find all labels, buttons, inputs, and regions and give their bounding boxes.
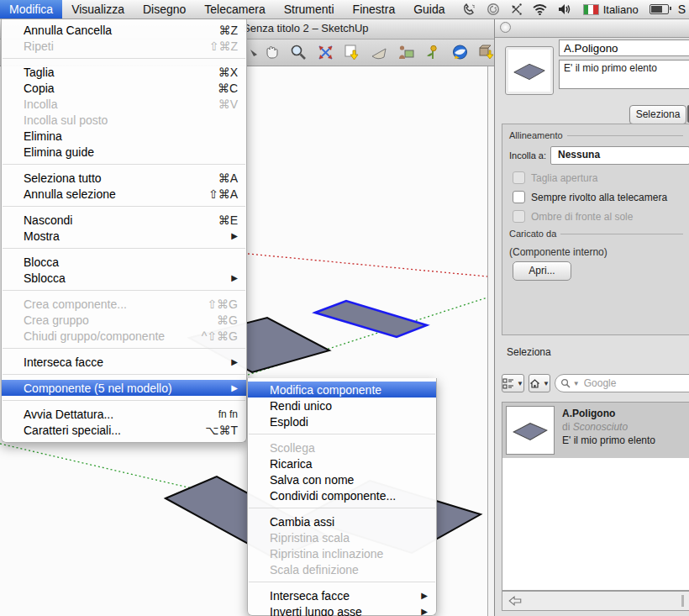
shadows-face-sun-checkbox[interactable] [513,210,525,223]
toolbar-icon-clipped[interactable] [249,46,268,66]
language-label: Italiano [603,3,639,16]
photo-textures-icon[interactable] [397,43,416,62]
component-browser-toolbar: ▼ ▼ ▼ [502,371,689,395]
menubar-clock[interactable]: S [678,3,686,16]
menu-item-incolla-sul-posto[interactable]: Incolla sul posto [2,112,246,128]
wifi-icon[interactable] [532,3,548,15]
submenu-item-inverti-lungo-asse[interactable]: Inverti lungo asse▶ [248,603,436,616]
get-current-view-icon[interactable] [343,43,362,62]
loaded-from-value: (Componente interno) [509,246,689,258]
menu-item-taglia[interactable]: Taglia⌘X [2,64,246,80]
submenu-item-rendi-unico[interactable]: Rendi unico [248,398,436,413]
close-icon[interactable] [500,22,511,33]
menu-item-nascondi[interactable]: Nascondi⌘E [2,212,246,228]
menu-item-sblocca[interactable]: Sblocca▶ [2,270,246,286]
battery-icon[interactable] [650,4,669,14]
move-arrows-icon[interactable] [509,3,523,16]
menu-separator [249,582,435,582]
menubar-item-finestra[interactable]: Finestra [344,0,405,18]
chevron-down-icon: ▼ [573,380,580,387]
menubar-item-modifica[interactable]: Modifica [0,0,62,18]
alignment-section: Allineamento Incolla a: Nessuna Taglia a… [502,124,689,335]
search-icon [560,378,571,388]
search-input[interactable] [582,376,689,390]
zoom-extents-icon[interactable] [316,43,335,62]
glue-to-dropdown[interactable]: Nessuna [550,146,689,165]
menu-separator [3,164,245,165]
submenu-item-ripristina-inclinazione[interactable]: Ripristina inclinazione [248,545,436,561]
glue-to-label: Incolla a: [509,150,546,161]
menu-item-ripeti[interactable]: Ripeti⇧⌘Z [2,38,246,54]
tab-seleziona[interactable]: Seleziona [629,105,686,124]
submenu-item-scollega[interactable]: Scollega [248,440,436,455]
zoom-icon[interactable] [289,43,308,62]
google-earth-icon[interactable] [450,43,470,62]
menu-item-crea-componente[interactable]: Crea componente...⇧⌘G [2,296,246,312]
sync-icon[interactable] [487,3,500,16]
submenu-item-cambia-assi[interactable]: Cambia assi [248,513,436,529]
menu-item-incolla[interactable]: Incolla⌘V [2,96,246,112]
shadows-face-sun-row: Ombre di fronte al sole [513,210,689,223]
submenu-item-esplodi[interactable]: Esplodi [248,413,436,429]
submenu-item-modifica-componente[interactable]: Modifica componente [248,382,436,398]
submenu-arrow-icon: ▶ [231,357,238,366]
menu-item-chiudi-gruppo-componente[interactable]: Chiudi gruppo/componente^⇧⌘G [2,328,246,344]
home-button[interactable]: ▼ [529,374,550,392]
view-options-button[interactable]: ▼ [502,374,524,392]
open-button[interactable]: Apri... [513,261,571,281]
menubar-item-disegno[interactable]: Disegno [134,0,195,18]
component-description-field[interactable]: E' il mio primo elento [559,60,689,89]
menu-item-elimina[interactable]: Elimina [2,128,246,144]
submenu-item-ripristina-scala[interactable]: Ripristina scala [248,529,436,545]
component-thumb-shape [510,57,549,84]
submenu-item-condividi-componente[interactable]: Condividi componente... [248,487,436,503]
menu-item-avvia-dettatura[interactable]: Avvia Dettatura...fn fn [2,406,246,422]
menu-item-mostra[interactable]: Mostra▶ [2,228,246,244]
menu-item-interseca-facce[interactable]: Interseca facce▶ [2,354,246,370]
phone-icon[interactable] [463,3,477,16]
menubar-status-area: Italiano S [463,0,689,18]
toggle-terrain-icon[interactable] [370,43,389,62]
menu-separator [3,206,245,207]
menu-item-componente[interactable]: Componente (5 nel modello)▶ [2,380,246,396]
menubar-item-visualizza[interactable]: Visualizza [62,0,134,18]
loaded-from-header: Caricato da [509,229,683,239]
language-menu[interactable]: Italiano [581,3,640,16]
menu-item-caratteri-speciali[interactable]: Caratteri speciali...⌥⌘T [2,422,246,438]
menu-separator [3,248,245,249]
list-item[interactable]: A.Poligono di Sconosciuto E' il mio prim… [502,403,689,458]
back-arrow-icon[interactable] [508,595,523,607]
menubar-item-guida[interactable]: Guida [404,0,454,18]
search-field[interactable]: ▼ [555,374,689,392]
menu-item-elimina-guide[interactable]: Elimina guide [2,144,246,160]
menu-item-blocca[interactable]: Blocca [2,254,246,270]
menubar-item-telecamera[interactable]: Telecamera [195,0,274,18]
list-item-thumbnail [506,406,555,455]
menu-item-annulla-selezione[interactable]: Annulla selezione⇧⌘A [2,186,246,202]
submenu-item-interseca-facce[interactable]: Interseca facce▶ [248,587,436,603]
menu-item-seleziona-tutto[interactable]: Seleziona tutto⌘A [2,170,246,186]
add-location-icon[interactable] [423,43,443,62]
list-item-name: A.Poligono [562,408,655,419]
component-list[interactable]: A.Poligono di Sconosciuto E' il mio prim… [502,402,689,591]
system-menubar: Modifica Visualizza Disegno Telecamera S… [0,0,689,19]
cut-opening-checkbox[interactable] [513,171,525,184]
home-icon [529,378,540,389]
browser-bottom-bar [502,591,689,611]
select-section-label: Seleziona [507,346,551,358]
menubar-item-strumenti[interactable]: Strumenti [275,0,344,18]
volume-icon[interactable] [557,3,572,15]
always-face-camera-checkbox[interactable] [513,191,525,203]
menu-separator [3,400,245,401]
menu-item-copia[interactable]: Copia⌘C [2,80,246,96]
cut-opening-row: Taglia apertura [513,171,689,184]
menu-item-crea-gruppo[interactable]: Crea gruppo⌘G [2,312,246,328]
submenu-item-salva-con-nome[interactable]: Salva con nome [248,471,436,487]
menu-separator [249,508,435,508]
submenu-item-ricarica[interactable]: Ricarica [248,455,436,471]
submenu-item-scala-definizione[interactable]: Scala definizione [248,561,436,577]
menu-item-annulla-cancella[interactable]: Annulla Cancella⌘Z [2,22,246,38]
menu-separator [3,348,245,349]
component-name-field[interactable] [559,39,689,56]
list-view-icon [502,378,514,389]
